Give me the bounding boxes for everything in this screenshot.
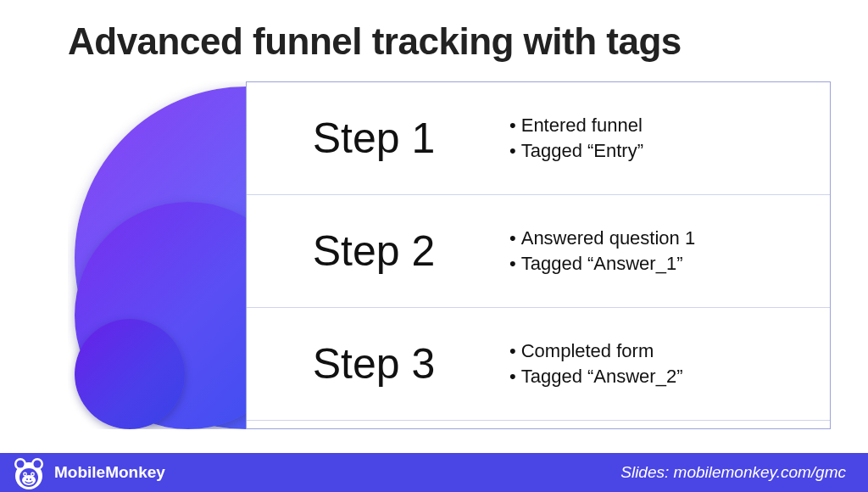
slide: Advanced funnel tracking with tags Step … [0, 0, 868, 492]
bullet-item: •Tagged “Entry” [509, 138, 830, 164]
circle-inner [75, 319, 185, 429]
slides-link: Slides: mobilemonkey.com/gmc [620, 463, 846, 482]
table-row: Step 2 •Answered question 1 •Tagged “Ans… [247, 195, 830, 308]
svg-point-11 [26, 478, 28, 480]
bullet-text: Answered question 1 [521, 226, 695, 251]
footer-bar: MobileMonkey Slides: mobilemonkey.com/gm… [0, 453, 868, 492]
table-spacer-row [247, 421, 830, 428]
bullet-text: Tagged “Answer_1” [521, 251, 683, 277]
svg-point-10 [31, 473, 33, 475]
bullet-dot: • [509, 338, 516, 364]
svg-point-4 [17, 461, 25, 468]
bullet-dot: • [509, 113, 516, 138]
table-row: Step 1 •Entered funnel •Tagged “Entry” [247, 82, 830, 195]
svg-point-12 [30, 478, 31, 480]
slides-prefix: Slides: [620, 463, 673, 481]
brand-name: MobileMonkey [54, 463, 165, 482]
bullet-dot: • [509, 138, 516, 164]
bullet-dot: • [509, 364, 516, 389]
step-label: Step 2 [247, 226, 501, 276]
step-bullets: •Entered funnel •Tagged “Entry” [501, 113, 830, 163]
brand: MobileMonkey [10, 454, 165, 491]
bullet-dot: • [509, 251, 516, 277]
bullet-item: •Entered funnel [509, 113, 830, 138]
content-area: Step 1 •Entered funnel •Tagged “Entry” S… [68, 81, 831, 429]
slide-title: Advanced funnel tracking with tags [68, 20, 682, 63]
bullet-text: Tagged “Entry” [521, 138, 643, 164]
svg-point-9 [24, 473, 25, 475]
bullet-text: Tagged “Answer_2” [521, 364, 683, 389]
table-row: Step 3 •Completed form •Tagged “Answer_2… [247, 308, 830, 421]
bullet-item: •Completed form [509, 338, 830, 364]
bullet-item: •Answered question 1 [509, 226, 830, 251]
step-bullets: •Completed form •Tagged “Answer_2” [501, 338, 830, 389]
monkey-logo-icon [10, 454, 47, 491]
bullet-item: •Tagged “Answer_2” [509, 364, 830, 389]
slides-url: mobilemonkey.com/gmc [674, 463, 846, 481]
svg-point-5 [34, 461, 42, 468]
bullet-text: Entered funnel [521, 113, 643, 138]
bullet-item: •Tagged “Answer_1” [509, 251, 830, 277]
bullet-text: Completed form [521, 338, 654, 364]
bullet-dot: • [509, 226, 516, 251]
step-label: Step 1 [247, 114, 501, 163]
step-label: Step 3 [247, 339, 501, 389]
steps-table: Step 1 •Entered funnel •Tagged “Entry” S… [246, 81, 831, 429]
step-bullets: •Answered question 1 •Tagged “Answer_1” [501, 226, 830, 276]
funnel-circles [68, 81, 246, 429]
